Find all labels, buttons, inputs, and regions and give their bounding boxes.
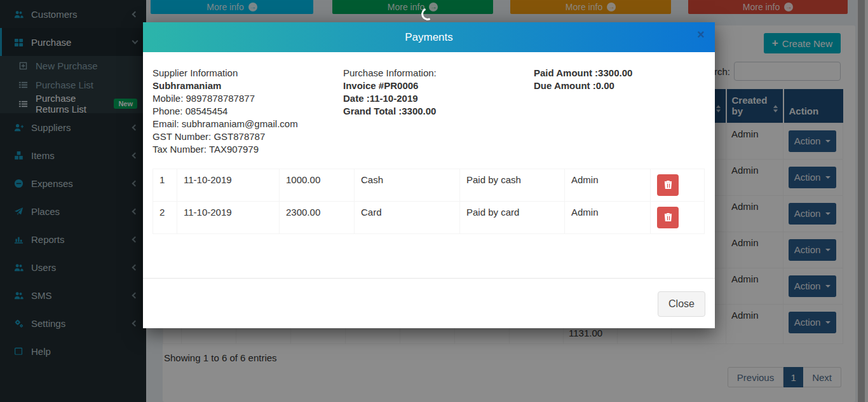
amount-line: Due Amount :0.00	[534, 80, 705, 92]
payment-amount-cell: 2300.00	[280, 201, 355, 233]
delete-payment-button[interactable]	[657, 207, 679, 228]
action-cell	[651, 201, 705, 233]
purchase-info-line: Date :11-10-2019	[343, 92, 534, 105]
payments-table: 111-10-20191000.00CashPaid by cashAdmin2…	[153, 169, 705, 234]
created-by-cell: Admin	[565, 169, 651, 201]
amounts-block: Paid Amount :3300.00Due Amount :0.00	[534, 67, 705, 156]
purchase-info-line: Invoice #PR0006	[343, 80, 534, 92]
row-number-cell: 1	[153, 169, 177, 201]
payment-type-cell: Cash	[355, 169, 460, 201]
app-screen: CustomersPurchaseNew PurchasePurchase Li…	[0, 0, 868, 402]
modal-header: Payments ×	[143, 22, 715, 52]
modal-body: Supplier Information Subhramaniam Mobile…	[143, 52, 715, 278]
supplier-info-heading: Supplier Information	[153, 67, 343, 80]
payment-row: 211-10-20192300.00CardPaid by cardAdmin	[153, 201, 705, 233]
purchase-info-heading: Purchase Information:	[343, 67, 534, 80]
close-icon[interactable]: ×	[697, 28, 705, 41]
supplier-info-line: Email: subhramaniam@gmail.com	[153, 118, 343, 130]
supplier-name: Subhramaniam	[153, 80, 343, 92]
supplier-info-line: Phone: 08545454	[153, 105, 343, 118]
payment-note-cell: Paid by cash	[460, 169, 565, 201]
delete-payment-button[interactable]	[657, 174, 679, 196]
supplier-info-line: GST Number: GST878787	[153, 130, 343, 143]
payments-modal: Payments × Supplier Information Subhrama…	[143, 22, 715, 328]
close-button[interactable]: Close	[658, 291, 705, 317]
payment-date-cell: 11-10-2019	[177, 169, 280, 201]
modal-footer: Close	[143, 278, 715, 328]
modal-title: Payments	[405, 31, 453, 44]
amount-line: Paid Amount :3300.00	[534, 67, 705, 80]
created-by-cell: Admin	[565, 201, 651, 233]
supplier-info-line: Tax Number: TAX907979	[153, 143, 343, 156]
purchase-info-line: Grand Total :3300.00	[343, 105, 534, 118]
payment-note-cell: Paid by card	[460, 201, 565, 233]
trash-icon	[664, 212, 672, 222]
payment-type-cell: Card	[355, 201, 460, 233]
row-number-cell: 2	[153, 201, 177, 233]
action-cell	[651, 169, 705, 201]
payment-amount-cell: 1000.00	[280, 169, 355, 201]
payment-date-cell: 11-10-2019	[177, 201, 280, 233]
purchase-information-block: Purchase Information: Invoice #PR0006Dat…	[343, 67, 534, 156]
payment-info-columns: Supplier Information Subhramaniam Mobile…	[153, 67, 705, 156]
supplier-info-line: Mobile: 9897878787877	[153, 92, 343, 105]
payment-row: 111-10-20191000.00CashPaid by cashAdmin	[153, 169, 705, 201]
trash-icon	[664, 180, 672, 190]
supplier-information-block: Supplier Information Subhramaniam Mobile…	[153, 67, 343, 156]
